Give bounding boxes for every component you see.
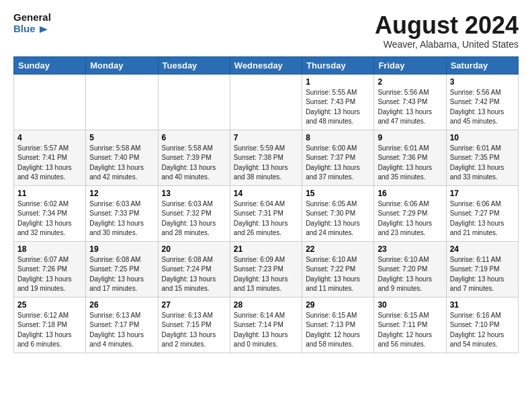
day-info: Sunrise: 6:16 AM Sunset: 7:10 PM Dayligh… [450, 311, 515, 350]
day-info: Sunrise: 6:00 AM Sunset: 7:37 PM Dayligh… [306, 144, 370, 183]
day-number: 21 [234, 244, 298, 254]
calendar-day: 31Sunrise: 6:16 AM Sunset: 7:10 PM Dayli… [446, 297, 518, 353]
calendar-day: 14Sunrise: 6:04 AM Sunset: 7:31 PM Dayli… [230, 185, 302, 241]
calendar-day: 7Sunrise: 5:59 AM Sunset: 7:38 PM Daylig… [230, 130, 302, 185]
day-info: Sunrise: 6:08 AM Sunset: 7:24 PM Dayligh… [162, 255, 226, 294]
day-info: Sunrise: 6:08 AM Sunset: 7:25 PM Dayligh… [89, 255, 154, 294]
calendar-day: 24Sunrise: 6:11 AM Sunset: 7:19 PM Dayli… [446, 241, 518, 297]
calendar-day: 17Sunrise: 6:06 AM Sunset: 7:27 PM Dayli… [446, 185, 518, 241]
day-info: Sunrise: 5:55 AM Sunset: 7:43 PM Dayligh… [306, 88, 370, 127]
day-info: Sunrise: 6:13 AM Sunset: 7:15 PM Dayligh… [162, 311, 226, 350]
calendar-day: 10Sunrise: 6:01 AM Sunset: 7:35 PM Dayli… [446, 130, 518, 185]
day-number: 24 [450, 244, 515, 254]
day-number: 9 [378, 133, 442, 142]
calendar-day: 28Sunrise: 6:14 AM Sunset: 7:14 PM Dayli… [230, 297, 302, 353]
day-info: Sunrise: 5:58 AM Sunset: 7:39 PM Dayligh… [162, 144, 226, 183]
calendar-week: 4Sunrise: 5:57 AM Sunset: 7:41 PM Daylig… [14, 130, 519, 185]
day-number: 6 [162, 133, 226, 142]
weekday-header: Sunday [14, 56, 86, 74]
day-number: 3 [450, 77, 515, 87]
day-info: Sunrise: 6:11 AM Sunset: 7:19 PM Dayligh… [450, 255, 515, 294]
day-number: 1 [306, 77, 370, 87]
day-number: 7 [234, 133, 298, 142]
weekday-header: Monday [86, 56, 158, 74]
day-info: Sunrise: 6:10 AM Sunset: 7:20 PM Dayligh… [378, 255, 442, 294]
calendar-day: 15Sunrise: 6:05 AM Sunset: 7:30 PM Dayli… [302, 185, 374, 241]
logo: General Blue [13, 12, 51, 36]
day-info: Sunrise: 6:06 AM Sunset: 7:27 PM Dayligh… [450, 199, 515, 238]
calendar-day: 11Sunrise: 6:02 AM Sunset: 7:34 PM Dayli… [14, 185, 86, 241]
weekday-header: Friday [374, 56, 446, 74]
calendar-week: 18Sunrise: 6:07 AM Sunset: 7:26 PM Dayli… [14, 241, 519, 297]
day-number: 22 [306, 244, 370, 254]
header-row: SundayMondayTuesdayWednesdayThursdayFrid… [14, 56, 519, 74]
title-block: August 2024 Weaver, Alabama, United Stat… [375, 12, 519, 50]
day-number: 27 [162, 300, 226, 310]
calendar-day: 27Sunrise: 6:13 AM Sunset: 7:15 PM Dayli… [158, 297, 230, 353]
day-number: 16 [378, 189, 442, 198]
day-number: 25 [17, 300, 82, 310]
month-title: August 2024 [375, 12, 519, 39]
weekday-header: Thursday [302, 56, 374, 74]
day-number: 13 [162, 189, 226, 198]
day-number: 28 [234, 300, 298, 310]
calendar-week: 11Sunrise: 6:02 AM Sunset: 7:34 PM Dayli… [14, 185, 519, 241]
day-info: Sunrise: 6:14 AM Sunset: 7:14 PM Dayligh… [234, 311, 298, 350]
day-info: Sunrise: 5:57 AM Sunset: 7:41 PM Dayligh… [17, 144, 82, 183]
calendar-day: 16Sunrise: 6:06 AM Sunset: 7:29 PM Dayli… [374, 185, 446, 241]
day-info: Sunrise: 5:58 AM Sunset: 7:40 PM Dayligh… [89, 144, 154, 183]
day-info: Sunrise: 6:10 AM Sunset: 7:22 PM Dayligh… [306, 255, 370, 294]
day-number: 8 [306, 133, 370, 142]
day-number: 19 [89, 244, 154, 254]
day-info: Sunrise: 5:56 AM Sunset: 7:42 PM Dayligh… [450, 88, 515, 127]
calendar-day: 9Sunrise: 6:01 AM Sunset: 7:36 PM Daylig… [374, 130, 446, 185]
day-info: Sunrise: 6:09 AM Sunset: 7:23 PM Dayligh… [234, 255, 298, 294]
day-info: Sunrise: 6:02 AM Sunset: 7:34 PM Dayligh… [17, 199, 82, 238]
calendar-day: 29Sunrise: 6:15 AM Sunset: 7:13 PM Dayli… [302, 297, 374, 353]
weekday-header: Wednesday [230, 56, 302, 74]
weekday-header: Saturday [446, 56, 518, 74]
calendar-day: 19Sunrise: 6:08 AM Sunset: 7:25 PM Dayli… [86, 241, 158, 297]
calendar-day: 13Sunrise: 6:03 AM Sunset: 7:32 PM Dayli… [158, 185, 230, 241]
calendar-week: 1Sunrise: 5:55 AM Sunset: 7:43 PM Daylig… [14, 74, 519, 130]
day-number: 5 [89, 133, 154, 142]
calendar-day: 6Sunrise: 5:58 AM Sunset: 7:39 PM Daylig… [158, 130, 230, 185]
day-info: Sunrise: 6:03 AM Sunset: 7:32 PM Dayligh… [162, 199, 226, 238]
svg-marker-0 [40, 26, 48, 33]
day-info: Sunrise: 5:59 AM Sunset: 7:38 PM Dayligh… [234, 144, 298, 183]
calendar-day: 21Sunrise: 6:09 AM Sunset: 7:23 PM Dayli… [230, 241, 302, 297]
day-number: 14 [234, 189, 298, 198]
calendar-day: 30Sunrise: 6:15 AM Sunset: 7:11 PM Dayli… [374, 297, 446, 353]
logo-general: General [13, 12, 51, 24]
calendar-day: 1Sunrise: 5:55 AM Sunset: 7:43 PM Daylig… [302, 74, 374, 130]
calendar: SundayMondayTuesdayWednesdayThursdayFrid… [13, 56, 519, 353]
logo-blue: Blue [13, 24, 49, 36]
calendar-day: 25Sunrise: 6:12 AM Sunset: 7:18 PM Dayli… [14, 297, 86, 353]
calendar-week: 25Sunrise: 6:12 AM Sunset: 7:18 PM Dayli… [14, 297, 519, 353]
day-number: 17 [450, 189, 515, 198]
weekday-header: Tuesday [158, 56, 230, 74]
day-number: 15 [306, 189, 370, 198]
day-info: Sunrise: 6:01 AM Sunset: 7:36 PM Dayligh… [378, 144, 442, 183]
calendar-day [86, 74, 158, 130]
logo-arrow-icon [37, 24, 49, 36]
calendar-day: 8Sunrise: 6:00 AM Sunset: 7:37 PM Daylig… [302, 130, 374, 185]
day-number: 18 [17, 244, 82, 254]
calendar-day: 26Sunrise: 6:13 AM Sunset: 7:17 PM Dayli… [86, 297, 158, 353]
calendar-day [158, 74, 230, 130]
calendar-day: 22Sunrise: 6:10 AM Sunset: 7:22 PM Dayli… [302, 241, 374, 297]
day-number: 29 [306, 300, 370, 310]
calendar-day: 2Sunrise: 5:56 AM Sunset: 7:43 PM Daylig… [374, 74, 446, 130]
logo-mark: General Blue [13, 12, 51, 36]
page: General Blue August 2024 Weaver, Alabama… [0, 0, 532, 360]
day-info: Sunrise: 6:13 AM Sunset: 7:17 PM Dayligh… [89, 311, 154, 350]
day-info: Sunrise: 6:15 AM Sunset: 7:13 PM Dayligh… [306, 311, 370, 350]
location: Weaver, Alabama, United States [375, 39, 519, 50]
day-info: Sunrise: 6:05 AM Sunset: 7:30 PM Dayligh… [306, 199, 370, 238]
day-number: 26 [89, 300, 154, 310]
day-number: 10 [450, 133, 515, 142]
calendar-day [230, 74, 302, 130]
calendar-day: 4Sunrise: 5:57 AM Sunset: 7:41 PM Daylig… [14, 130, 86, 185]
day-number: 23 [378, 244, 442, 254]
day-number: 31 [450, 300, 515, 310]
